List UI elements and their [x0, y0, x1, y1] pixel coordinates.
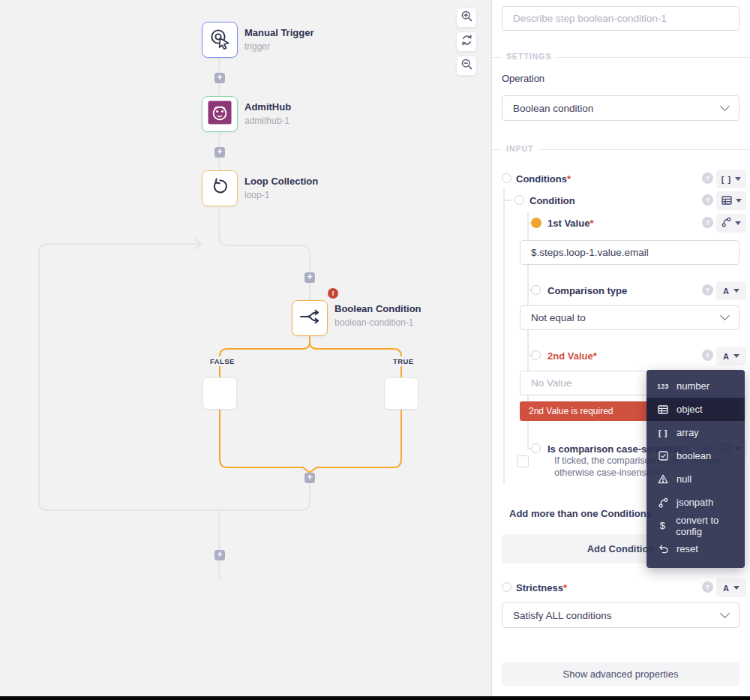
add-step-button[interactable]: +: [304, 272, 315, 283]
branch-true-label: TRUE: [390, 356, 416, 366]
chevron-down-icon: [735, 221, 741, 225]
boolean-label: Boolean Condition boolean-condition-1: [334, 303, 422, 328]
node-subtitle: trigger: [244, 41, 314, 52]
add-step-button[interactable]: +: [214, 147, 225, 158]
node-title: AdmitHub: [244, 101, 291, 113]
zoom-out-button[interactable]: [456, 56, 477, 76]
menu-item-convert-to-config[interactable]: $ convert to config: [646, 514, 745, 537]
condition-label: Condition: [530, 195, 575, 206]
field-row-second-value: 2nd Value* ? A: [492, 346, 750, 365]
strictness-select[interactable]: Satisfy ALL conditions: [502, 602, 740, 628]
conditions-label: Conditions*: [516, 173, 571, 185]
manual-trigger-icon: [208, 27, 231, 53]
node-subtitle: loop-1: [244, 190, 318, 200]
workflow-canvas[interactable]: Manual Trigger trigger + AdmitHub admith…: [0, 0, 491, 696]
add-more-conditions-label: Add more than one Conditions: [509, 508, 652, 519]
menu-item-jsonpath[interactable]: jsonpath: [646, 491, 745, 514]
node-manual-trigger[interactable]: [202, 22, 238, 58]
object-type-icon: [656, 405, 670, 414]
refresh-icon: [460, 34, 473, 50]
admithub-label: AdmitHub admithub-1: [244, 101, 291, 126]
node-title: Loop Collection: [244, 176, 318, 187]
zoom-in-icon: [460, 10, 473, 26]
field-row-first-value: 1st Value* ?: [492, 213, 750, 233]
node-admithub[interactable]: [202, 96, 238, 132]
jsonpath-type-icon: [656, 497, 670, 508]
input-section-header: INPUT: [492, 144, 750, 155]
help-icon[interactable]: ?: [702, 284, 713, 296]
second-value-type-selector[interactable]: A: [716, 347, 746, 365]
node-title: Boolean Condition: [334, 303, 422, 314]
field-row-strictness: Strictness* ? A: [492, 578, 750, 597]
describe-step-input[interactable]: [513, 13, 728, 24]
chevron-down-icon: [720, 101, 730, 111]
conditions-type-selector[interactable]: [ ]: [716, 170, 746, 188]
menu-item-boolean[interactable]: boolean: [646, 444, 745, 467]
show-advanced-button[interactable]: Show advanced properties: [502, 662, 740, 686]
null-type-icon: [656, 474, 670, 484]
comparison-type-selector[interactable]: A: [716, 281, 746, 300]
chevron-down-icon: [734, 354, 740, 358]
branch-false-label: FALSE: [207, 356, 238, 366]
add-step-button[interactable]: +: [214, 73, 225, 83]
field-row-comparison-type: Comparison type ? A: [492, 281, 750, 300]
add-step-button[interactable]: +: [214, 550, 225, 560]
loop-label: Loop Collection loop-1: [244, 176, 318, 200]
dollar-icon: $: [656, 520, 670, 531]
case-sensitive-checkbox[interactable]: [517, 455, 529, 467]
help-icon[interactable]: ?: [702, 194, 713, 206]
array-type-icon: [ ]: [722, 175, 731, 184]
chevron-down-icon: [734, 289, 740, 293]
help-icon[interactable]: ?: [702, 581, 713, 593]
comparison-select[interactable]: Not equal to: [520, 305, 740, 330]
zoom-out-icon: [460, 58, 473, 74]
node-loop-collection[interactable]: [202, 170, 238, 206]
window-bottom-edge: [0, 696, 750, 700]
menu-item-number[interactable]: 123 number: [646, 374, 745, 398]
true-branch-placeholder[interactable]: [384, 377, 418, 410]
first-value-label: 1st Value*: [548, 218, 593, 229]
conditions-radio[interactable]: [502, 173, 512, 183]
help-icon[interactable]: ?: [702, 350, 713, 361]
chevron-down-icon: [734, 586, 740, 590]
comparison-radio[interactable]: [531, 285, 541, 295]
menu-item-reset[interactable]: reset: [646, 537, 745, 560]
strictness-type-selector[interactable]: A: [716, 578, 746, 597]
branch-icon: [297, 304, 322, 332]
number-type-icon: 123: [656, 383, 670, 390]
first-value-input[interactable]: [531, 247, 728, 258]
properties-panel: SETTINGS Operation Boolean condition INP…: [491, 0, 750, 696]
second-value-radio[interactable]: [531, 350, 541, 360]
string-type-icon: A: [723, 352, 730, 361]
help-icon[interactable]: ?: [702, 173, 713, 184]
case-sensitive-radio[interactable]: [531, 443, 541, 453]
boolean-type-icon: [656, 451, 670, 461]
second-value-label: 2nd Value*: [548, 350, 597, 362]
string-type-icon: A: [723, 584, 730, 593]
first-value-type-selector[interactable]: [716, 214, 746, 233]
help-icon[interactable]: ?: [702, 217, 713, 228]
describe-step-field: [502, 6, 740, 31]
menu-item-array[interactable]: [ ] array: [646, 421, 745, 444]
menu-item-object[interactable]: object: [646, 398, 745, 421]
menu-item-null[interactable]: null: [646, 467, 745, 491]
reset-icon: [656, 544, 670, 554]
settings-section-header: SETTINGS: [492, 52, 750, 62]
workflow-builder-app: Manual Trigger trigger + AdmitHub admith…: [0, 0, 750, 700]
false-branch-placeholder[interactable]: [202, 377, 237, 410]
refresh-button[interactable]: [456, 32, 477, 52]
operation-select[interactable]: Boolean condition: [502, 95, 740, 121]
object-type-icon: [722, 194, 732, 208]
condition-type-selector[interactable]: [716, 191, 746, 210]
strictness-radio[interactable]: [502, 582, 512, 592]
zoom-in-button[interactable]: [456, 8, 477, 28]
chevron-down-icon: [720, 608, 730, 618]
first-value-dot[interactable]: [531, 218, 542, 228]
array-type-icon: [ ]: [656, 428, 670, 437]
node-boolean-condition[interactable]: [292, 300, 328, 336]
manual-trigger-label: Manual Trigger trigger: [244, 27, 314, 52]
operation-label: Operation: [502, 73, 544, 84]
field-row-condition: Condition ?: [492, 191, 750, 210]
add-step-button[interactable]: +: [304, 473, 315, 483]
condition-radio[interactable]: [514, 195, 524, 205]
